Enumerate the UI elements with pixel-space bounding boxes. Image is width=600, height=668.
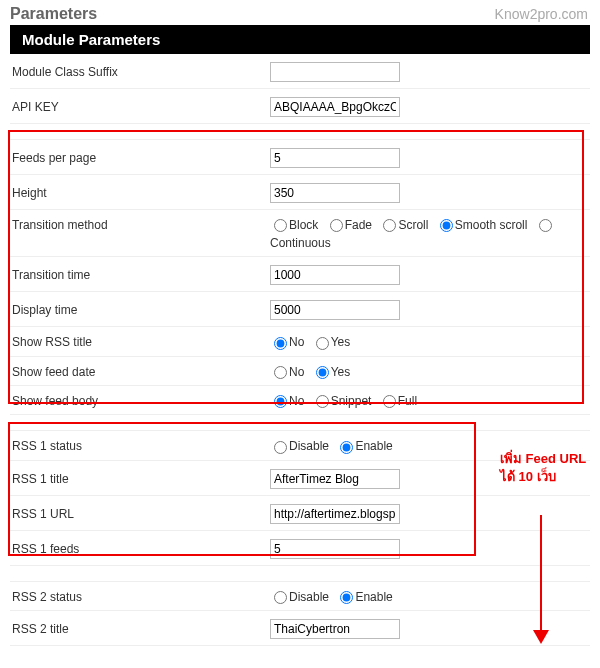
row-rss2-status: RSS 2 status Disable Enable — [10, 582, 590, 611]
radio-label-r2s-enable: Enable — [355, 590, 392, 604]
radio-label-tm-fade: Fade — [345, 218, 372, 232]
row-feeds-per-page: Feeds per page — [10, 140, 590, 175]
radio-label-tm-block: Block — [289, 218, 318, 232]
label-transition-method: Transition method — [10, 218, 270, 232]
row-rss2-title: RSS 2 title — [10, 611, 590, 646]
radio-tm-fade[interactable] — [330, 219, 343, 232]
row-rss1-feeds: RSS 1 feeds — [10, 531, 590, 566]
radio-label-srt-no: No — [289, 335, 304, 349]
radio-label-sfb-no: No — [289, 394, 304, 408]
input-transition-time[interactable] — [270, 265, 400, 285]
radio-group-show-feed-date: No Yes — [270, 365, 590, 379]
module-header: Module Parameters — [10, 25, 590, 54]
label-module-class-suffix: Module Class Suffix — [10, 65, 270, 79]
radio-label-r1s-enable: Enable — [355, 439, 392, 453]
annotation-text: เพิ่ม Feed URL ได้ 10 เว็บ — [500, 450, 590, 486]
radio-group-rss2-status: Disable Enable — [270, 590, 590, 604]
radio-sfb-snippet[interactable] — [316, 395, 329, 408]
radio-sfb-no[interactable] — [274, 395, 287, 408]
radio-tm-continuous[interactable] — [539, 219, 552, 232]
input-feeds-per-page[interactable] — [270, 148, 400, 168]
row-show-rss-title: Show RSS title No Yes — [10, 327, 590, 356]
radio-group-show-rss-title: No Yes — [270, 335, 590, 349]
row-transition-time: Transition time — [10, 257, 590, 292]
row-rss1-url: RSS 1 URL — [10, 496, 590, 531]
label-feeds-per-page: Feeds per page — [10, 151, 270, 165]
label-show-rss-title: Show RSS title — [10, 335, 270, 349]
label-rss1-title: RSS 1 title — [10, 472, 270, 486]
annotation-arrow-head-icon — [533, 630, 549, 644]
radio-label-tm-scroll: Scroll — [398, 218, 428, 232]
radio-r2s-disable[interactable] — [274, 591, 287, 604]
label-api-key: API KEY — [10, 100, 270, 114]
radio-r1s-disable[interactable] — [274, 441, 287, 454]
label-rss1-status: RSS 1 status — [10, 439, 270, 453]
radio-label-sfb-full: Full — [398, 394, 417, 408]
row-module-class-suffix: Module Class Suffix — [10, 54, 590, 89]
label-show-feed-body: Show feed body — [10, 394, 270, 408]
input-display-time[interactable] — [270, 300, 400, 320]
label-rss2-title: RSS 2 title — [10, 622, 270, 636]
watermark-text: Know2pro.com — [495, 6, 588, 22]
label-show-feed-date: Show feed date — [10, 365, 270, 379]
radio-srt-no[interactable] — [274, 337, 287, 350]
label-transition-time: Transition time — [10, 268, 270, 282]
row-show-feed-date: Show feed date No Yes — [10, 357, 590, 386]
input-api-key[interactable] — [270, 97, 400, 117]
input-rss2-title[interactable] — [270, 619, 400, 639]
label-display-time: Display time — [10, 303, 270, 317]
label-rss2-status: RSS 2 status — [10, 590, 270, 604]
input-rss1-feeds[interactable] — [270, 539, 400, 559]
row-transition-method: Transition method Block Fade Scroll Smoo… — [10, 210, 590, 238]
radio-label-tm-continuous: Continuous — [10, 236, 590, 257]
radio-label-sfd-yes: Yes — [331, 365, 351, 379]
input-height[interactable] — [270, 183, 400, 203]
radio-group-transition-method: Block Fade Scroll Smooth scroll — [270, 218, 590, 232]
radio-srt-yes[interactable] — [316, 337, 329, 350]
spacer — [10, 566, 590, 582]
annotation-arrow-line — [540, 515, 542, 635]
radio-label-r1s-disable: Disable — [289, 439, 329, 453]
radio-tm-smooth[interactable] — [440, 219, 453, 232]
input-module-class-suffix[interactable] — [270, 62, 400, 82]
label-rss1-feeds: RSS 1 feeds — [10, 542, 270, 556]
input-rss1-url[interactable] — [270, 504, 400, 524]
radio-sfd-yes[interactable] — [316, 366, 329, 379]
row-display-time: Display time — [10, 292, 590, 327]
radio-sfd-no[interactable] — [274, 366, 287, 379]
radio-group-show-feed-body: No Snippet Full — [270, 394, 590, 408]
label-height: Height — [10, 186, 270, 200]
spacer — [10, 415, 590, 431]
radio-label-sfd-no: No — [289, 365, 304, 379]
row-api-key: API KEY — [10, 89, 590, 124]
radio-label-sfb-snippet: Snippet — [331, 394, 372, 408]
label-rss1-url: RSS 1 URL — [10, 507, 270, 521]
radio-tm-scroll[interactable] — [383, 219, 396, 232]
radio-tm-block[interactable] — [274, 219, 287, 232]
radio-label-srt-yes: Yes — [331, 335, 351, 349]
radio-sfb-full[interactable] — [383, 395, 396, 408]
spacer — [10, 124, 590, 140]
row-show-feed-body: Show feed body No Snippet Full — [10, 386, 590, 415]
row-height: Height — [10, 175, 590, 210]
radio-r2s-enable[interactable] — [340, 591, 353, 604]
radio-r1s-enable[interactable] — [340, 441, 353, 454]
radio-label-tm-smooth: Smooth scroll — [455, 218, 528, 232]
radio-label-r2s-disable: Disable — [289, 590, 329, 604]
input-rss1-title[interactable] — [270, 469, 400, 489]
